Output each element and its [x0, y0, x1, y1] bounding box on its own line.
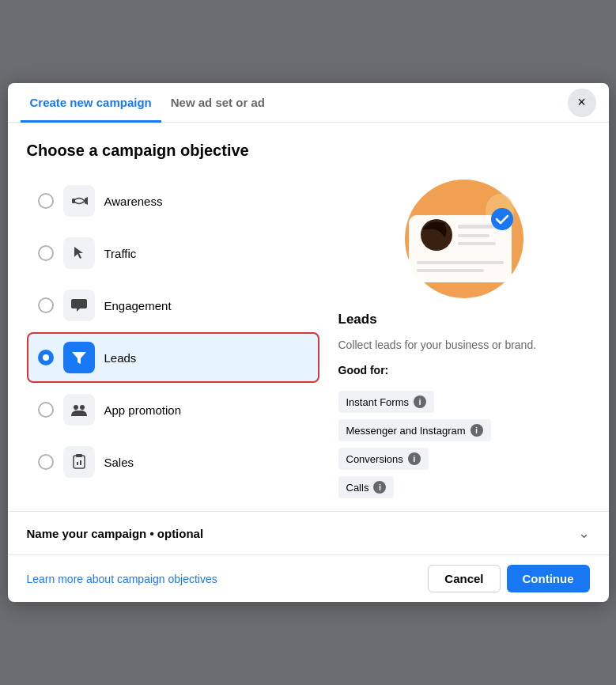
svg-rect-14	[417, 269, 484, 272]
objective-item-engagement[interactable]: Engagement	[27, 280, 319, 331]
traffic-label: Traffic	[104, 247, 137, 260]
tab-create-campaign[interactable]: Create new campaign	[21, 83, 161, 123]
tag-instant-forms-label: Instant Forms	[346, 396, 409, 408]
radio-sales	[38, 454, 54, 470]
tab-new-ad-set[interactable]: New ad set or ad	[161, 83, 274, 123]
info-icon-messenger-instagram[interactable]: i	[471, 424, 483, 437]
leads-label: Leads	[104, 351, 137, 365]
name-campaign-section[interactable]: Name your campaign • optional ⌄	[8, 511, 609, 554]
svg-rect-3	[74, 456, 85, 468]
tag-calls: Calls i	[338, 476, 395, 498]
svg-point-2	[80, 405, 85, 410]
sales-icon-box	[63, 446, 95, 478]
tag-messenger-instagram: Messenger and Instagram i	[338, 419, 491, 441]
tag-conversions: Conversions i	[338, 448, 429, 470]
good-for-title: Good for:	[338, 364, 590, 377]
awareness-icon-box	[63, 185, 95, 217]
objective-item-leads[interactable]: Leads	[27, 332, 319, 383]
tag-list: Instant Forms i Messenger and Instagram …	[338, 391, 590, 498]
sales-label: Sales	[104, 456, 134, 469]
tag-conversions-label: Conversions	[346, 453, 403, 465]
content-area: Awareness	[27, 176, 590, 498]
continue-button[interactable]: Continue	[507, 565, 590, 592]
svg-point-15	[491, 208, 513, 230]
radio-engagement	[38, 297, 54, 313]
cancel-button[interactable]: Cancel	[428, 565, 500, 592]
learn-more-link[interactable]: Learn more about campaign objectives	[27, 573, 217, 585]
close-icon: ×	[577, 94, 586, 111]
objective-item-traffic[interactable]: Traffic	[27, 228, 319, 278]
leads-icon-box	[63, 342, 95, 373]
svg-rect-0	[72, 199, 75, 203]
radio-traffic	[38, 245, 54, 261]
app-promotion-label: App promotion	[104, 403, 182, 417]
tag-instant-forms: Instant Forms i	[338, 391, 434, 413]
objective-detail: Leads Collect leads for your business or…	[338, 176, 590, 498]
svg-rect-12	[458, 242, 496, 245]
modal-content: Choose a campaign objective	[8, 123, 609, 511]
leads-illustration	[385, 176, 543, 302]
engagement-icon-box	[63, 290, 95, 321]
objective-item-app-promotion[interactable]: App promotion	[27, 384, 319, 435]
detail-description: Collect leads for your business or brand…	[338, 339, 590, 351]
radio-app-promotion	[38, 402, 54, 418]
info-icon-conversions[interactable]: i	[408, 452, 421, 465]
footer-buttons: Cancel Continue	[428, 565, 589, 592]
tag-messenger-instagram-label: Messenger and Instagram	[346, 425, 466, 437]
app-promotion-icon-box	[63, 394, 95, 426]
modal-body: Choose a campaign objective	[8, 123, 609, 602]
modal-footer: Learn more about campaign objectives Can…	[8, 554, 609, 602]
svg-point-1	[74, 405, 78, 410]
tag-calls-label: Calls	[346, 482, 369, 494]
svg-rect-13	[417, 261, 504, 264]
objective-list: Awareness	[27, 176, 319, 498]
detail-title: Leads	[338, 312, 590, 327]
section-title: Choose a campaign objective	[27, 142, 590, 160]
svg-rect-4	[76, 454, 82, 457]
modal-tabs: Create new campaign New ad set or ad ×	[8, 83, 609, 123]
radio-awareness	[38, 193, 54, 209]
chevron-down-icon: ⌄	[578, 524, 590, 542]
info-icon-calls[interactable]: i	[373, 481, 386, 494]
radio-leads	[38, 350, 54, 365]
awareness-label: Awareness	[104, 195, 163, 208]
info-icon-instant-forms[interactable]: i	[414, 395, 426, 408]
name-campaign-label: Name your campaign • optional	[27, 527, 204, 540]
traffic-icon-box	[63, 237, 95, 269]
modal-dialog: Create new campaign New ad set or ad × C…	[8, 83, 609, 602]
engagement-label: Engagement	[104, 299, 172, 312]
svg-rect-11	[458, 234, 489, 237]
modal-overlay: Create new campaign New ad set or ad × C…	[0, 0, 616, 685]
objective-item-sales[interactable]: Sales	[27, 437, 319, 487]
objective-item-awareness[interactable]: Awareness	[27, 176, 319, 226]
close-button[interactable]: ×	[568, 89, 596, 117]
